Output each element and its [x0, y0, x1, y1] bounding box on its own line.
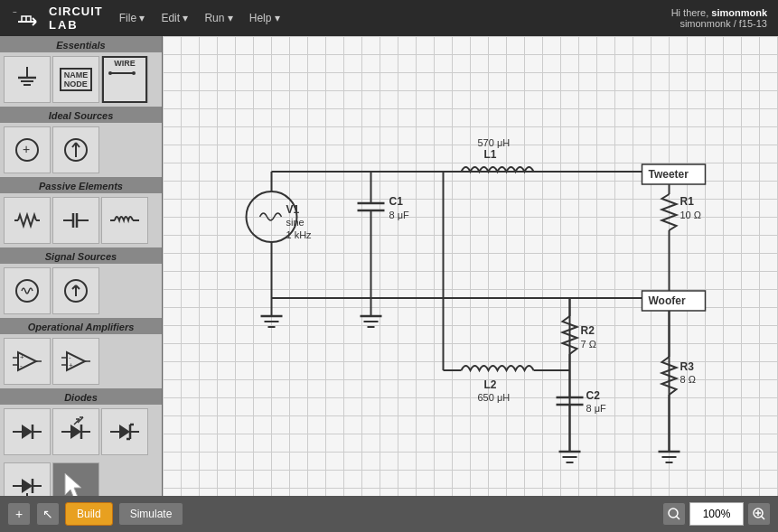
svg-text:650 μH: 650 μH	[478, 392, 511, 403]
svg-point-27	[16, 280, 38, 302]
v1-label: V1	[286, 203, 300, 216]
opamp-grid: +- -+	[0, 334, 162, 388]
menu-edit[interactable]: Edit ▾	[161, 12, 188, 24]
zoom-input[interactable]	[689, 502, 744, 526]
svg-marker-63	[22, 479, 33, 493]
logo-text: CIRCUIT LAB	[49, 5, 103, 32]
zoom-out-button[interactable]	[662, 502, 686, 526]
svg-text:10 Ω: 10 Ω	[680, 210, 702, 220]
svg-text:R2: R2	[581, 324, 595, 337]
wire-component[interactable]: WIRE	[101, 56, 148, 103]
svg-text:-: -	[20, 361, 23, 369]
inductor-component[interactable]	[101, 197, 148, 244]
extra-component[interactable]	[4, 462, 51, 496]
zener-component[interactable]	[101, 408, 148, 455]
svg-text:7 Ω: 7 Ω	[581, 339, 596, 350]
svg-text:+: +	[69, 361, 73, 369]
svg-text:-: -	[69, 353, 71, 361]
svg-marker-45	[22, 425, 33, 439]
svg-text:R1: R1	[680, 195, 695, 208]
capacitor-component[interactable]	[52, 197, 99, 244]
svg-text:570 μH: 570 μH	[478, 137, 511, 148]
opamp2-component[interactable]: -+	[52, 338, 99, 385]
section-ideal-sources: Ideal Sources	[0, 107, 162, 123]
account-info: simonmonk / f15-13	[671, 18, 767, 29]
logo-area: ~ CIRCUIT LAB	[11, 4, 103, 33]
svg-point-11	[108, 71, 112, 75]
menu-bar: File ▾ Edit ▾ Run ▾ Help ▾	[119, 12, 280, 24]
section-essentials: Essentials	[0, 36, 162, 52]
diodes-grid	[0, 405, 162, 459]
current-source-component[interactable]	[52, 126, 99, 173]
svg-marker-67	[65, 473, 81, 496]
svg-marker-49	[70, 425, 81, 439]
username: simonmonk	[711, 7, 767, 18]
main-area: Essentials NAMENODE WIRE Ideal Sources +	[0, 36, 778, 496]
svg-text:Tweeter: Tweeter	[649, 168, 689, 181]
svg-text:8 Ω: 8 Ω	[680, 374, 696, 385]
led-component[interactable]	[52, 408, 99, 455]
essentials-grid: NAMENODE WIRE	[0, 52, 162, 107]
add-button[interactable]: +	[7, 502, 31, 526]
resistor-component[interactable]	[4, 197, 51, 244]
svg-line-132	[762, 517, 765, 520]
section-signal: Signal Sources	[0, 247, 162, 264]
ideal-sources-grid: +	[0, 123, 162, 177]
v1-freq: 1 kHz	[286, 229, 313, 240]
build-button[interactable]: Build	[65, 502, 113, 526]
svg-text:R3: R3	[680, 360, 695, 373]
circuit-canvas[interactable]: V1 sine 1 kHz C1 8 μF	[163, 36, 778, 496]
opamp-component[interactable]: +-	[4, 338, 51, 385]
bottombar: + ↖ Build Simulate	[0, 496, 778, 532]
pointer-button[interactable]: ↖	[36, 502, 60, 526]
logo-icon: ~	[11, 4, 43, 33]
svg-text:L2: L2	[484, 378, 497, 391]
svg-text:Woofer: Woofer	[649, 294, 686, 307]
signal-current-component[interactable]	[52, 267, 99, 314]
menu-file[interactable]: File ▾	[119, 12, 145, 24]
svg-line-130	[677, 517, 680, 520]
svg-text:8 μF: 8 μF	[389, 210, 410, 220]
svg-text:C2: C2	[586, 389, 601, 402]
component-sidebar: Essentials NAMENODE WIRE Ideal Sources +	[0, 36, 163, 496]
signal-grid	[0, 264, 162, 318]
voltage-source-component[interactable]: +	[4, 126, 51, 173]
svg-text:8 μF: 8 μF	[586, 403, 607, 414]
name-node-component[interactable]: NAMENODE	[52, 56, 99, 103]
svg-text:L1: L1	[484, 148, 497, 161]
svg-text:C1: C1	[389, 195, 404, 208]
menu-help[interactable]: Help ▾	[249, 12, 280, 24]
ground-component[interactable]	[4, 56, 51, 103]
diode-component[interactable]	[4, 408, 51, 455]
zoom-in-button[interactable]	[747, 502, 771, 526]
section-opamp: Operational Amplifiers	[0, 318, 162, 334]
topbar: ~ CIRCUIT LAB File ▾ Edit ▾ Run ▾ Help ▾…	[0, 0, 778, 36]
simulate-button[interactable]: Simulate	[118, 502, 184, 526]
section-diodes: Diodes	[0, 388, 162, 405]
svg-text:~: ~	[13, 8, 17, 16]
section-passive: Passive Elements	[0, 177, 162, 193]
v1-type: sine	[286, 217, 305, 228]
extra-grid	[0, 459, 162, 496]
logo-circuit: CIRCUIT	[49, 5, 103, 18]
signal-voltage-component[interactable]	[4, 267, 51, 314]
svg-text:+: +	[23, 142, 30, 156]
svg-point-12	[132, 71, 136, 75]
user-info: Hi there, simonmonk simonmonk / f15-13	[671, 7, 767, 29]
passive-grid	[0, 193, 162, 247]
svg-marker-57	[119, 425, 130, 439]
logo-lab: LAB	[49, 18, 103, 32]
svg-text:+: +	[20, 353, 24, 361]
menu-run[interactable]: Run ▾	[204, 12, 232, 24]
zoom-area	[662, 502, 771, 526]
circuit-diagram: V1 sine 1 kHz C1 8 μF	[163, 36, 778, 496]
cursor-tool[interactable]	[52, 462, 99, 496]
